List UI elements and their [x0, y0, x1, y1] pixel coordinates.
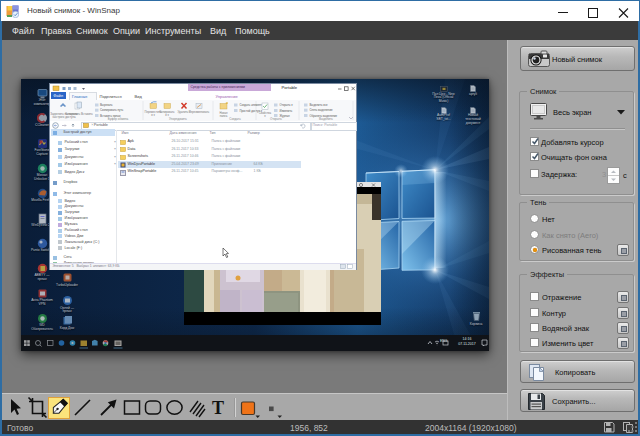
- svg-text:Скопировать путь: Скопировать путь: [100, 108, 124, 112]
- svg-text:в ▾: в ▾: [151, 112, 155, 116]
- svg-text:Буфер обмена: Буфер обмена: [107, 116, 128, 120]
- svg-text:Выделить: Выделить: [319, 116, 333, 120]
- svg-text:Создать элемент ▾: Создать элемент ▾: [239, 103, 264, 107]
- svg-text:Создать: Создать: [229, 116, 241, 120]
- svg-text:Вырезать: Вырезать: [100, 103, 113, 107]
- svg-text:T: T: [212, 398, 224, 418]
- svg-text:папка: папка: [219, 113, 227, 117]
- svg-text:Снять выделение: Снять выделение: [309, 108, 332, 112]
- svg-text:Открыть: Открыть: [270, 116, 282, 120]
- svg-text:быстрого доступа: быстрого доступа: [52, 115, 76, 119]
- svg-text:Упорядочить: Упорядочить: [169, 116, 187, 120]
- svg-text:Изменить: Изменить: [279, 108, 292, 112]
- svg-text:Копировать Вставить: Копировать Вставить: [65, 111, 93, 115]
- svg-text:Открыть ▾: Открыть ▾: [279, 103, 293, 107]
- svg-text:Выделить все: Выделить все: [309, 103, 328, 107]
- svg-text:Переименовать: Переименовать: [188, 109, 209, 113]
